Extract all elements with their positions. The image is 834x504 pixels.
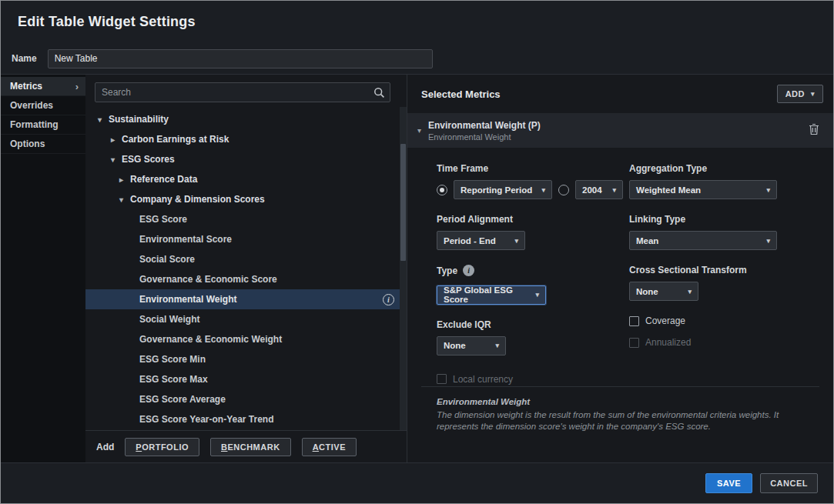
- portfolio-button[interactable]: PORTFOLIO: [125, 438, 199, 456]
- tree-item-esg-score-yoy-trend[interactable]: ESG Score Year-on-Year Trend: [85, 409, 407, 429]
- edit-table-widget-settings-dialog: Edit Table Widget Settings Name Metrics …: [0, 0, 834, 504]
- add-label: Add: [96, 442, 114, 452]
- coverage-checkbox-row[interactable]: Coverage: [629, 315, 818, 326]
- period-alignment-value: Period - End: [444, 236, 496, 245]
- save-button[interactable]: SAVE: [705, 473, 752, 493]
- caret-down-icon[interactable]: ▾: [98, 115, 109, 124]
- reporting-period-dropdown[interactable]: Reporting Period ▾: [454, 180, 552, 199]
- metric-description: Environmental Weight The dimension weigh…: [407, 387, 833, 433]
- linking-type-value: Mean: [636, 236, 658, 245]
- tree-item-esg-score[interactable]: ESG Score: [85, 209, 407, 229]
- search-box: [95, 82, 390, 102]
- delete-metric-button[interactable]: [807, 122, 821, 139]
- caret-right-icon[interactable]: ▸: [119, 175, 130, 184]
- tree-item-esg-score-min[interactable]: ESG Score Min: [85, 349, 407, 369]
- linking-type-group: Linking Type Mean ▾: [629, 214, 818, 250]
- metric-subtitle: Environmental Weight: [428, 132, 800, 142]
- sidebar-item-overrides[interactable]: Overrides: [1, 96, 85, 115]
- local-currency-checkbox: [437, 374, 447, 384]
- sidebar-item-metrics[interactable]: Metrics ›: [1, 77, 85, 96]
- metric-description-title: Environmental Weight: [437, 397, 818, 406]
- metric-titles: Environmental Weight (P) Environmental W…: [428, 120, 800, 142]
- exclude-iqr-dropdown[interactable]: None ▾: [437, 336, 506, 355]
- linking-type-dropdown[interactable]: Mean ▾: [629, 231, 777, 250]
- local-currency-checkbox-row: Local currency: [437, 374, 629, 385]
- sidebar-item-formatting[interactable]: Formatting: [1, 115, 85, 135]
- reporting-period-radio[interactable]: [437, 185, 447, 195]
- tree-item-label: Company & Dimension Scores: [130, 194, 265, 205]
- caret-right-icon[interactable]: ▸: [111, 135, 122, 144]
- tree-item-label: Environmental Weight: [139, 294, 236, 305]
- tree-scrollbar-thumb[interactable]: [400, 144, 406, 261]
- tree-item-governance-economic-weight[interactable]: Governance & Economic Weight: [85, 329, 407, 349]
- aggregation-type-dropdown[interactable]: Weighted Mean ▾: [629, 180, 777, 199]
- aggregation-type-label: Aggregation Type: [629, 163, 818, 174]
- add-metric-button[interactable]: ADD ▾: [777, 85, 823, 103]
- name-input[interactable]: [48, 49, 433, 68]
- tree-item-social-weight[interactable]: Social Weight: [85, 309, 407, 329]
- coverage-label: Coverage: [645, 315, 685, 326]
- caret-down-icon: ▾: [811, 90, 815, 98]
- tree-item-label: ESG Score Year-on-Year Trend: [139, 414, 274, 425]
- tree-item-label: Social Score: [139, 254, 195, 265]
- coverage-checkbox[interactable]: [629, 316, 639, 326]
- caret-down-icon: ▾: [495, 342, 499, 349]
- name-row: Name: [1, 43, 833, 74]
- caret-down-icon: ▾: [541, 186, 545, 194]
- info-icon[interactable]: i: [383, 294, 394, 305]
- period-alignment-dropdown[interactable]: Period - End ▾: [437, 231, 525, 250]
- tree-item-reference-data[interactable]: ▸ Reference Data: [85, 169, 407, 189]
- sidebar-item-label: Options: [10, 139, 45, 149]
- tree-item-sustainability[interactable]: ▾ Sustainability: [85, 109, 407, 129]
- time-frame-group: Time Frame Reporting Period ▾ 2004 ▾: [437, 163, 629, 199]
- name-label: Name: [12, 53, 37, 64]
- aggregation-type-value: Weighted Mean: [636, 185, 701, 195]
- caret-down-icon: ▾: [766, 237, 770, 245]
- time-frame-controls: Reporting Period ▾ 2004 ▾: [437, 180, 629, 199]
- search-input[interactable]: [95, 87, 368, 98]
- tree-item-label: ESG Scores: [122, 154, 175, 165]
- caret-down-icon: ▾: [514, 237, 518, 245]
- metric-settings-form: Time Frame Reporting Period ▾ 2004 ▾: [407, 148, 833, 385]
- tree-item-environmental-weight[interactable]: Environmental Weight i: [85, 289, 407, 309]
- year-dropdown[interactable]: 2004 ▾: [575, 180, 623, 199]
- info-icon[interactable]: i: [463, 265, 474, 276]
- tree-scrollbar[interactable]: [400, 107, 407, 430]
- caret-down-icon[interactable]: ▾: [119, 195, 130, 204]
- tree-item-governance-economic-score[interactable]: Governance & Economic Score: [85, 269, 407, 289]
- cancel-button[interactable]: CANCEL: [760, 473, 818, 493]
- dialog-header: Edit Table Widget Settings: [1, 1, 833, 43]
- metric-description-body: The dimension weight is the result from …: [437, 409, 818, 433]
- tree-item-label: Sustainability: [109, 114, 169, 125]
- tree-item-esg-scores[interactable]: ▾ ESG Scores: [85, 149, 407, 169]
- tree-item-company-dimension-scores[interactable]: ▾ Company & Dimension Scores: [85, 189, 407, 209]
- tree-item-esg-score-max[interactable]: ESG Score Max: [85, 369, 407, 389]
- caret-down-icon[interactable]: ▾: [111, 155, 122, 164]
- annualized-label: Annualized: [645, 337, 691, 348]
- caret-down-icon: ▾: [535, 291, 539, 299]
- active-button[interactable]: ACTIVE: [302, 438, 357, 456]
- metric-row-header[interactable]: ▾ Environmental Weight (P) Environmental…: [407, 113, 833, 148]
- tree-item-esg-score-average[interactable]: ESG Score Average: [85, 389, 407, 409]
- type-dropdown[interactable]: S&P Global ESG Score ▾: [437, 285, 546, 305]
- cross-sectional-transform-dropdown[interactable]: None ▾: [629, 282, 698, 301]
- tree-item-social-score[interactable]: Social Score: [85, 249, 407, 269]
- absolute-year-radio[interactable]: [558, 185, 569, 195]
- tree-item-label: ESG Score: [139, 214, 187, 225]
- type-group: Type i S&P Global ESG Score ▾: [437, 265, 629, 305]
- tree-item-environmental-score[interactable]: Environmental Score: [85, 229, 407, 249]
- benchmark-button[interactable]: BENCHMARK: [210, 438, 291, 456]
- form-right-column: Aggregation Type Weighted Mean ▾ Linking…: [629, 163, 818, 385]
- collapse-caret-icon[interactable]: ▾: [417, 126, 421, 135]
- search-icon[interactable]: [368, 87, 390, 98]
- tree-item-carbon-earnings-at-risk[interactable]: ▸ Carbon Earnings at Risk: [85, 129, 407, 149]
- exclude-iqr-value: None: [444, 341, 466, 350]
- metrics-browser-panel: ▾ Sustainability ▸ Carbon Earnings at Ri…: [85, 75, 407, 462]
- sidebar-item-options[interactable]: Options: [1, 135, 85, 154]
- tree-item-label: ESG Score Min: [139, 354, 206, 365]
- exclude-iqr-label: Exclude IQR: [437, 319, 629, 330]
- metric-title: Environmental Weight (P): [428, 120, 800, 131]
- tree-item-label: Social Weight: [139, 314, 199, 325]
- period-alignment-label: Period Alignment: [437, 214, 629, 225]
- dialog-title: Edit Table Widget Settings: [18, 14, 196, 30]
